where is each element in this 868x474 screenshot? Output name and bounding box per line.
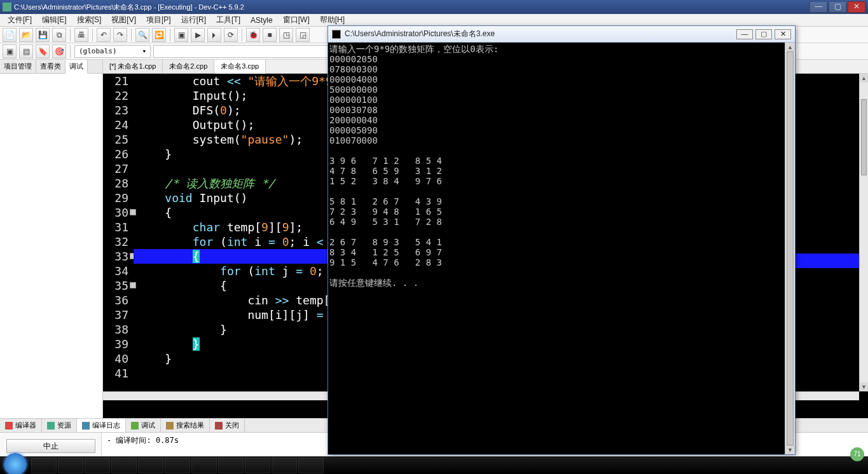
menu-item[interactable]: 文件[F] [3, 13, 37, 27]
line-number: 32 [103, 234, 128, 249]
line-number: 37 [103, 308, 128, 322]
system-badge: 71 [850, 447, 864, 461]
globals-combo[interactable]: (globals)▾ [74, 45, 151, 58]
editor-tab[interactable]: 未命名3.cpp [214, 60, 266, 74]
console-window[interactable]: C:\Users\Administrator\Pictures\未命名3.exe… [327, 25, 796, 455]
taskbar-item[interactable] [165, 458, 190, 473]
tab-label: 调试 [141, 421, 155, 430]
menu-item[interactable]: AStyle [245, 15, 278, 26]
undo-button[interactable]: ↶ [97, 28, 111, 42]
tab-label: 编译器 [15, 421, 36, 430]
editor-vertical-scrollbar[interactable]: ▲ ▼ [859, 74, 868, 391]
scroll-thumb[interactable] [787, 51, 794, 445]
menu-item[interactable]: 帮助[H] [315, 13, 350, 27]
taskbar[interactable] [0, 456, 868, 474]
left-panel-body [0, 74, 102, 418]
editor-tab[interactable]: [*] 未命名1.cpp [103, 60, 163, 73]
redo-button[interactable]: ↷ [113, 28, 127, 42]
tab-label: 关闭 [225, 421, 239, 430]
run-button[interactable]: ▶ [191, 28, 205, 42]
taskbar-item[interactable] [245, 458, 270, 473]
left-tab[interactable]: 项目管理 [0, 60, 36, 73]
console-titlebar[interactable]: C:\Users\Administrator\Pictures\未命名3.exe… [328, 26, 795, 43]
scroll-down-arrow[interactable]: ▼ [860, 383, 868, 391]
separator [170, 29, 170, 41]
line-number: 38 [103, 322, 128, 337]
left-tab[interactable]: 查看类 [36, 60, 65, 73]
line-number: 24 [103, 118, 128, 132]
bottom-tab[interactable]: 关闭 [210, 419, 245, 432]
taskbar-item[interactable] [272, 458, 297, 473]
stop-button[interactable]: ■ [263, 28, 277, 42]
taskbar-item[interactable] [111, 458, 137, 473]
taskbar-item[interactable] [191, 458, 217, 473]
taskbar-item[interactable] [31, 458, 57, 473]
function-combo[interactable]: ▾ [153, 45, 357, 58]
new-project-button[interactable]: ▣ [3, 44, 17, 58]
menu-item[interactable]: 编辑[E] [37, 13, 72, 27]
taskbar-item[interactable] [218, 458, 244, 473]
line-number: 23 [103, 103, 128, 118]
scroll-up-arrow[interactable]: ▲ [860, 74, 868, 83]
insert-button[interactable]: ▤ [19, 44, 33, 58]
tab-icon [166, 422, 174, 430]
minimize-button[interactable]: — [809, 1, 827, 13]
close-button[interactable]: ✕ [848, 1, 865, 13]
line-number: 21 [103, 74, 128, 88]
bottom-tab[interactable]: 编译器 [0, 419, 42, 432]
profile-stop-button[interactable]: ◲ [296, 28, 310, 42]
taskbar-item[interactable] [58, 458, 83, 473]
console-close-button[interactable]: ✕ [775, 29, 791, 39]
menu-item[interactable]: 搜索[S] [72, 13, 107, 27]
menu-item[interactable]: 工具[T] [211, 13, 245, 27]
bottom-tab[interactable]: 搜索结果 [161, 419, 210, 432]
taskbar-item[interactable] [85, 458, 110, 473]
code-line[interactable]: { [134, 249, 868, 264]
menu-item[interactable]: 运行[R] [176, 13, 211, 27]
scroll-up-arrow[interactable]: ▲ [785, 43, 795, 51]
taskbar-item[interactable] [138, 458, 163, 473]
scroll-down-arrow[interactable]: ▼ [785, 445, 795, 454]
maximize-button[interactable]: ▢ [829, 1, 846, 13]
line-number: 39 [103, 337, 128, 351]
rebuild-button[interactable]: ⟳ [224, 28, 238, 42]
console-icon [332, 30, 341, 39]
console-output[interactable]: 请输入一个9*9的数独矩阵，空位以0表示: 000002050 07800030… [328, 43, 795, 454]
print-button[interactable]: 🖶 [74, 28, 88, 42]
bottom-tab[interactable]: 调试 [126, 419, 161, 432]
compile-button[interactable]: ▣ [174, 28, 188, 42]
menu-item[interactable]: 视图[V] [106, 13, 141, 27]
bookmark-button[interactable]: 🔖 [36, 44, 50, 58]
open-file-button[interactable]: 📂 [19, 28, 33, 42]
bottom-tab[interactable]: 编译日志 [77, 419, 126, 432]
window-title: C:\Users\Administrator\Pictures\未命名3.cpp… [14, 3, 809, 12]
line-number: 40 [103, 351, 128, 366]
new-file-button[interactable]: 📄 [3, 28, 17, 42]
scroll-thumb[interactable] [861, 99, 867, 175]
find-button[interactable]: 🔍 [135, 28, 149, 42]
stop-compile-button[interactable]: 中止 [6, 439, 95, 453]
console-title: C:\Users\Administrator\Pictures\未命名3.exe [345, 29, 736, 39]
replace-button[interactable]: 🔁 [152, 28, 166, 42]
editor-overflow [795, 74, 859, 391]
menu-item[interactable]: 窗口[W] [278, 13, 315, 27]
goto-button[interactable]: 🎯 [52, 44, 66, 58]
menu-item[interactable]: 项目[P] [141, 13, 176, 27]
profile-button[interactable]: ◳ [279, 28, 293, 42]
save-button[interactable]: 💾 [36, 28, 50, 42]
console-maximize-button[interactable]: ▢ [755, 29, 772, 39]
start-orb[interactable] [4, 453, 27, 475]
bottom-tab[interactable]: 资源 [42, 419, 77, 432]
console-minimize-button[interactable]: — [736, 29, 753, 39]
save-all-button[interactable]: ⧉ [52, 28, 66, 42]
left-tab[interactable]: 调试 [65, 60, 88, 74]
menubar: 文件[F]编辑[E]搜索[S]视图[V]项目[P]运行[R]工具[T]AStyl… [0, 14, 868, 27]
console-scrollbar[interactable]: ▲ ▼ [785, 43, 795, 454]
debug-button[interactable]: 🐞 [246, 28, 260, 42]
editor-tab[interactable]: 未命名2.cpp [163, 60, 214, 73]
separator [70, 45, 71, 58]
compile-run-button[interactable]: ⏵ [207, 28, 221, 42]
separator [70, 29, 71, 41]
taskbar-item[interactable] [298, 458, 324, 473]
tab-label: 搜索结果 [176, 421, 204, 430]
